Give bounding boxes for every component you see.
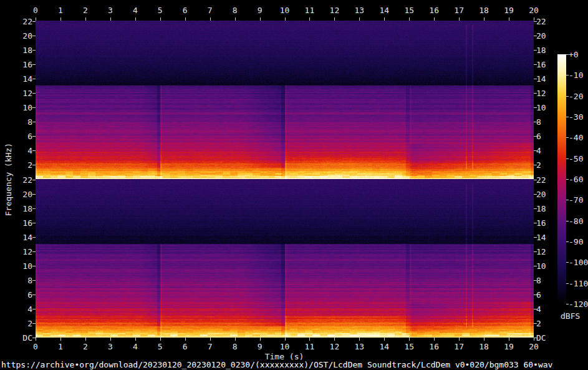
colorbar-tick-mark (566, 54, 569, 55)
freq-tick-mark-left (32, 136, 36, 137)
time-tick-label-top: 1 (58, 6, 63, 14)
colorbar-tick-mark (566, 241, 569, 242)
freq-tick-mark-right (534, 180, 537, 180)
time-tick-mark-top (459, 17, 460, 21)
time-tick-label-bottom: 16 (429, 343, 439, 351)
colorbar-tick-label: -50 (569, 154, 583, 162)
colorbar-tick-mark (566, 96, 569, 97)
freq-tick-mark-left (32, 21, 36, 22)
freq-tick-mark-right (534, 309, 537, 309)
spectrogram-canvas (36, 21, 534, 338)
time-tick-mark-top (85, 17, 86, 21)
freq-tick-mark-right (534, 150, 537, 151)
colorbar-tick-label: -100 (569, 258, 588, 266)
freq-tick-label-left: 10 (2, 103, 32, 111)
time-tick-mark-bottom (110, 338, 111, 341)
freq-tick-mark-right (534, 208, 537, 209)
freq-tick-mark-left (32, 36, 36, 36)
time-tick-label-bottom: 1 (58, 343, 63, 351)
freq-tick-mark-right (534, 266, 537, 266)
freq-tick-label-left: 8 (2, 117, 32, 125)
freq-tick-label-left: 12 (2, 247, 32, 255)
time-tick-mark-top (309, 17, 310, 21)
freq-tick-label-right: 14 (536, 74, 546, 82)
freq-tick-mark-left (32, 295, 36, 295)
freq-tick-label-right: 16 (536, 218, 546, 226)
freq-tick-label-left: 10 (2, 261, 32, 270)
time-tick-label-top: 16 (429, 6, 439, 14)
time-tick-mark-top (509, 17, 509, 21)
colorbar-tick-mark (566, 200, 569, 200)
freq-tick-mark-right (534, 107, 537, 108)
freq-tick-mark-left (32, 280, 36, 281)
freq-tick-mark-right (534, 122, 537, 122)
freq-tick-label-left: 6 (2, 290, 32, 298)
time-tick-label-top: 13 (355, 6, 365, 14)
time-tick-label-top: 11 (305, 6, 315, 14)
freq-tick-label-left: 22 (2, 17, 32, 25)
freq-tick-mark-right (534, 295, 537, 295)
freq-tick-label-right: 20 (536, 190, 546, 198)
colorbar-tick-label: -110 (569, 279, 588, 287)
freq-tick-mark-right (534, 50, 537, 51)
freq-tick-label-left: 14 (2, 233, 32, 241)
freq-tick-label-right: 18 (536, 46, 546, 54)
time-tick-mark-bottom (210, 338, 211, 341)
time-tick-label-bottom: 19 (504, 343, 514, 351)
freq-tick-label-right: 16 (536, 60, 546, 68)
freq-tick-label-right: 8 (536, 276, 541, 284)
freq-tick-label-left: 16 (2, 60, 32, 68)
time-tick-label-bottom: 13 (355, 343, 365, 351)
colorbar-tick-mark (566, 117, 569, 117)
freq-tick-mark-left (32, 93, 36, 94)
time-tick-label-top: 6 (183, 6, 188, 14)
colorbar-tick-label: -80 (569, 217, 583, 225)
time-tick-label-top: 19 (504, 6, 514, 14)
time-tick-mark-bottom (285, 338, 286, 341)
time-tick-label-bottom: 14 (379, 343, 389, 351)
time-tick-label-bottom: 11 (305, 343, 315, 351)
freq-tick-mark-right (534, 21, 537, 22)
time-tick-mark-bottom (509, 338, 509, 341)
freq-tick-mark-left (32, 237, 36, 238)
freq-tick-mark-left (32, 208, 36, 209)
time-tick-label-top: 15 (404, 6, 414, 14)
freq-tick-mark-right (534, 338, 537, 338)
freq-tick-mark-right (534, 323, 537, 324)
colorbar-tick-mark (566, 304, 569, 304)
freq-tick-label-right: 6 (536, 290, 541, 298)
freq-tick-mark-right (534, 223, 537, 223)
time-tick-label-top: 18 (479, 6, 489, 14)
freq-tick-mark-left (32, 338, 36, 338)
freq-tick-label-right: 22 (536, 17, 546, 25)
time-tick-label-bottom: 18 (479, 343, 489, 351)
time-tick-label-top: 4 (133, 6, 138, 14)
time-tick-mark-top (210, 17, 211, 21)
time-tick-mark-bottom (384, 338, 385, 341)
freq-tick-mark-left (32, 180, 36, 180)
freq-tick-label-right: 12 (536, 89, 546, 97)
time-tick-label-bottom: 8 (233, 343, 238, 351)
freq-tick-mark-left (32, 251, 36, 252)
freq-tick-mark-left (32, 64, 36, 65)
colorbar-tick-label: -20 (569, 92, 583, 100)
freq-tick-label-left: 12 (2, 89, 32, 97)
time-tick-mark-bottom (309, 338, 310, 341)
time-tick-mark-top (359, 17, 360, 21)
time-tick-mark-top (285, 17, 286, 21)
freq-tick-mark-left (32, 50, 36, 51)
time-tick-label-top: 3 (108, 6, 113, 14)
freq-tick-label-left: 6 (2, 132, 32, 140)
time-tick-mark-bottom (60, 338, 61, 341)
freq-tick-label-right: 4 (536, 304, 541, 313)
freq-tick-label-left: 2 (2, 319, 32, 327)
time-tick-mark-top (534, 17, 534, 21)
time-tick-mark-top (484, 17, 484, 21)
time-tick-mark-bottom (260, 338, 261, 341)
freq-tick-mark-left (32, 122, 36, 122)
freq-tick-label-left: DC (2, 334, 32, 342)
freq-tick-mark-right (534, 237, 537, 238)
freq-tick-mark-right (534, 93, 537, 94)
colorbar-tick-label: -60 (569, 175, 583, 183)
freq-tick-label-right: DC (536, 334, 546, 342)
